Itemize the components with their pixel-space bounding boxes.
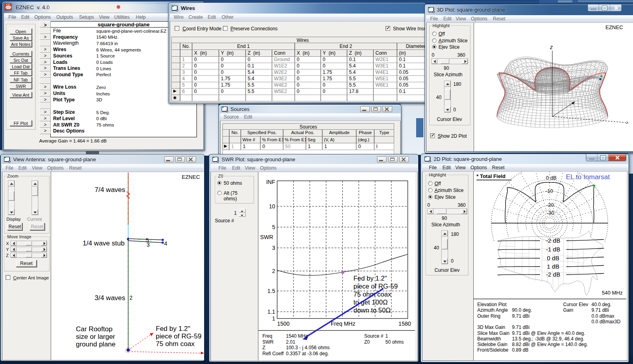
svg-text:4: 4 bbox=[164, 240, 167, 247]
svg-text:Car Rooftop: Car Rooftop bbox=[76, 325, 113, 333]
svg-text:Freq MHz: Freq MHz bbox=[331, 320, 355, 327]
svg-text:piece of RG-59: piece of RG-59 bbox=[156, 332, 201, 340]
svg-text:0.89 dB: 0.89 dB bbox=[512, 347, 528, 353]
svg-text:9.71 dBi @ Elev Angle = 40.0 d: 9.71 dBi @ Elev Angle = 40.0 deg. bbox=[512, 330, 585, 336]
svg-text:-2 dB: -2 dB bbox=[546, 237, 560, 244]
svg-text:EZNEC: EZNEC bbox=[605, 24, 623, 30]
svg-text:Azimuth Angle: Azimuth Angle bbox=[477, 307, 508, 313]
svg-text:-20: -20 bbox=[546, 202, 554, 208]
svg-text:SWR: SWR bbox=[260, 234, 273, 240]
svg-text:Freq: Freq bbox=[262, 333, 272, 339]
svg-text:1 dB: 1 dB bbox=[547, 263, 560, 270]
svg-text:0.0 dBmax: 0.0 dBmax bbox=[591, 313, 614, 319]
svg-text:size or larger: size or larger bbox=[76, 333, 115, 340]
svg-text:2: 2 bbox=[129, 295, 133, 301]
svg-text:Beamwidth: Beamwidth bbox=[477, 336, 501, 342]
svg-text:-10: -10 bbox=[546, 188, 553, 194]
svg-text:1: 1 bbox=[385, 333, 388, 339]
svg-text:100.3 - j 4.056 ohms: 100.3 - j 4.056 ohms bbox=[286, 345, 329, 350]
svg-text:1540 MHz: 1540 MHz bbox=[286, 333, 308, 339]
svg-text:Outer Ring: Outer Ring bbox=[477, 313, 500, 319]
svg-text:ground plane: ground plane bbox=[76, 340, 115, 348]
svg-text:1/4 wave stub: 1/4 wave stub bbox=[83, 239, 125, 247]
svg-text:SWR: SWR bbox=[262, 339, 274, 345]
svg-text:EZNEC: EZNEC bbox=[182, 174, 200, 180]
svg-text:Refl Coeff: Refl Coeff bbox=[262, 351, 284, 356]
svg-text:8.82 dBi @ Elev Angle = 140.0: 8.82 dBi @ Elev Angle = 140.0 deg. bbox=[512, 342, 588, 347]
svg-text:Z: Z bbox=[262, 345, 265, 350]
svg-text:Gain: Gain bbox=[563, 307, 573, 313]
svg-text:3/4 waves: 3/4 waves bbox=[95, 294, 125, 302]
svg-text:3: 3 bbox=[272, 245, 275, 251]
svg-text:9.71 dBi: 9.71 dBi bbox=[512, 324, 530, 330]
svg-text:-2 dB: -2 dB bbox=[546, 271, 560, 278]
svg-text:50 ohms: 50 ohms bbox=[385, 339, 404, 345]
svg-text:0.3357 at -3.06 deg.: 0.3357 at -3.06 deg. bbox=[286, 351, 329, 356]
svg-text:* Total Field: * Total Field bbox=[476, 173, 506, 179]
svg-text:Z0: Z0 bbox=[364, 339, 370, 345]
svg-text:1.5: 1.5 bbox=[268, 288, 276, 294]
svg-text:90.0 deg.: 90.0 deg. bbox=[512, 307, 532, 313]
svg-text:2: 2 bbox=[272, 268, 275, 274]
svg-text:3D Max Gain: 3D Max Gain bbox=[477, 324, 505, 330]
svg-text:1.1: 1.1 bbox=[268, 309, 276, 315]
svg-text:1500: 1500 bbox=[277, 320, 290, 327]
svg-text:0.0 dBmax3D: 0.0 dBmax3D bbox=[591, 319, 621, 324]
svg-text:Fed by 1.2": Fed by 1.2" bbox=[156, 325, 190, 332]
svg-text:40.0 deg.: 40.0 deg. bbox=[591, 302, 611, 307]
svg-text:9.71 dBi: 9.71 dBi bbox=[512, 313, 530, 319]
svg-text:z: z bbox=[550, 44, 553, 50]
svg-text:Slice Max Gain: Slice Max Gain bbox=[477, 330, 510, 336]
svg-text:Front/Sidelobe: Front/Sidelobe bbox=[477, 347, 508, 353]
svg-text:0 dB: 0 dB bbox=[546, 175, 557, 181]
svg-text:9.71 dBi: 9.71 dBi bbox=[591, 307, 609, 313]
svg-text:down to 50Ω: down to 50Ω bbox=[353, 307, 391, 314]
svg-text:5: 5 bbox=[272, 224, 275, 230]
svg-text:Source #: Source # bbox=[364, 333, 383, 339]
svg-text:EL to Inmarsat: EL to Inmarsat bbox=[566, 173, 610, 181]
svg-text:2.01: 2.01 bbox=[286, 339, 296, 345]
svg-text:0 dB: 0 dB bbox=[547, 255, 560, 261]
svg-text:INF: INF bbox=[266, 179, 275, 185]
svg-text:7/4 waves: 7/4 waves bbox=[95, 186, 125, 194]
svg-text:Fed by 1.2": Fed by 1.2" bbox=[353, 275, 387, 282]
svg-text:-1 dB: -1 dB bbox=[546, 246, 560, 253]
svg-text:10: 10 bbox=[269, 203, 275, 210]
svg-text:75 ohm coax: 75 ohm coax bbox=[156, 340, 195, 348]
svg-text:Cursor Elev: Cursor Elev bbox=[563, 302, 588, 307]
svg-text:piece of RG-59: piece of RG-59 bbox=[353, 283, 398, 290]
svg-text:75 ohm coax: 75 ohm coax bbox=[353, 291, 391, 298]
svg-text:13.5 deg.; -3dB @ 32.9, 46.4 d: 13.5 deg.; -3dB @ 32.9, 46.4 deg. bbox=[512, 336, 584, 342]
svg-text:3: 3 bbox=[147, 241, 150, 248]
svg-text:Elevation Plot: Elevation Plot bbox=[477, 302, 507, 307]
svg-text:540 MHz: 540 MHz bbox=[602, 290, 623, 296]
svg-text:1: 1 bbox=[272, 315, 275, 322]
svg-text:Sidelobe Gain: Sidelobe Gain bbox=[477, 342, 507, 347]
svg-text:1580: 1580 bbox=[399, 320, 411, 327]
svg-text:-30: -30 bbox=[547, 210, 554, 216]
